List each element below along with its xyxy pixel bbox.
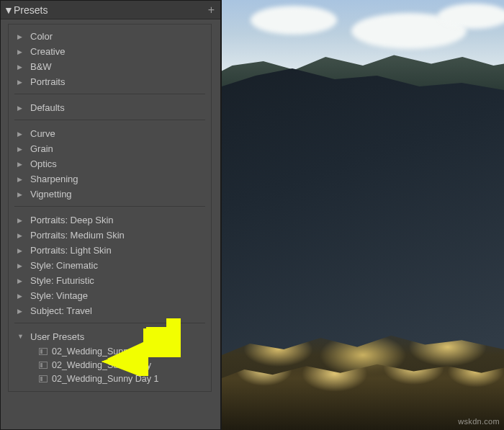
- chevron-right-icon: ▶: [17, 130, 30, 138]
- folder-label: Portraits: [30, 76, 65, 87]
- chevron-right-icon: ▶: [17, 33, 30, 40]
- chevron-right-icon: ▶: [17, 262, 30, 269]
- divider: [14, 120, 205, 120]
- folder-sharpening[interactable]: ▶ Sharpening: [12, 171, 208, 187]
- divider: [14, 323, 205, 323]
- folder-label: Color: [30, 31, 53, 42]
- folder-bw[interactable]: ▶ B&W: [12, 59, 208, 74]
- presets-panel: ▼ Presets + ▶ Color ▶ Creative ▶ B&W ▶ P…: [0, 0, 222, 430]
- folder-label: Style: Futuristic: [30, 275, 94, 286]
- folder-style-futuristic[interactable]: ▶ Style: Futuristic: [12, 273, 208, 288]
- folder-user-presets[interactable]: ▼ User Presets: [12, 329, 208, 344]
- folder-subject-travel[interactable]: ▶ Subject: Travel: [12, 303, 208, 318]
- chevron-right-icon: ▶: [17, 232, 30, 239]
- preset-item[interactable]: 02_Wedding_Sunny Day: [12, 344, 208, 358]
- chevron-right-icon: ▶: [17, 79, 30, 86]
- folder-label: Optics: [30, 158, 57, 169]
- chevron-right-icon: ▶: [17, 145, 30, 153]
- svg-rect-3: [40, 363, 42, 367]
- folder-label: Vignetting: [30, 189, 72, 200]
- folder-label: Portraits: Light Skin: [30, 245, 112, 256]
- panel-body: ▶ Color ▶ Creative ▶ B&W ▶ Portraits ▶ D…: [1, 19, 220, 429]
- folder-defaults[interactable]: ▶ Defaults: [12, 100, 208, 115]
- folder-portraits-light[interactable]: ▶ Portraits: Light Skin: [12, 243, 208, 258]
- chevron-right-icon: ▶: [17, 63, 30, 71]
- chevron-right-icon: ▶: [17, 48, 30, 55]
- panel-disclosure-icon: ▼: [4, 4, 14, 16]
- chevron-down-icon: ▼: [17, 333, 30, 340]
- chevron-right-icon: ▶: [17, 161, 30, 168]
- folder-label: Creative: [30, 46, 65, 57]
- folder-label: Grain: [30, 143, 53, 154]
- add-preset-button[interactable]: +: [208, 4, 215, 17]
- svg-rect-5: [40, 377, 42, 381]
- cloud: [438, 4, 504, 29]
- preset-icon: [39, 362, 52, 369]
- folder-label: User Presets: [30, 331, 84, 342]
- folder-label: Style: Vintage: [30, 290, 88, 301]
- panel-header[interactable]: ▼ Presets +: [1, 1, 220, 19]
- folder-portraits-deep[interactable]: ▶ Portraits: Deep Skin: [12, 212, 208, 228]
- preview-image: wskdn.com: [222, 0, 504, 430]
- svg-rect-1: [40, 349, 42, 354]
- cloud: [251, 6, 337, 35]
- chevron-right-icon: ▶: [17, 308, 30, 315]
- folder-style-cinematic[interactable]: ▶ Style: Cinematic: [12, 258, 208, 273]
- chevron-right-icon: ▶: [17, 277, 30, 285]
- folder-label: Portraits: Medium Skin: [30, 230, 125, 241]
- chevron-right-icon: ▶: [17, 292, 30, 300]
- preset-icon: [39, 375, 52, 382]
- folder-optics[interactable]: ▶ Optics: [12, 156, 208, 171]
- panel-title: Presets: [14, 4, 208, 16]
- folder-label: Portraits: Deep Skin: [30, 215, 114, 225]
- preset-icon: [39, 348, 52, 355]
- chevron-right-icon: ▶: [17, 104, 30, 112]
- folder-label: Style: Cinematic: [30, 260, 98, 271]
- folder-curve[interactable]: ▶ Curve: [12, 126, 208, 141]
- chevron-right-icon: ▶: [17, 217, 30, 224]
- divider: [14, 94, 205, 94]
- watermark: wskdn.com: [458, 417, 500, 426]
- divider: [14, 206, 205, 207]
- folder-label: Defaults: [30, 102, 65, 113]
- preset-label: 02_Wedding_Sunny Day: [52, 360, 151, 370]
- folder-label: Curve: [30, 128, 55, 139]
- folder-color[interactable]: ▶ Color: [12, 29, 208, 44]
- preset-label: 02_Wedding_Sunny Day: [52, 346, 151, 357]
- preset-item[interactable]: 02_Wedding_Sunny Day 1: [12, 372, 208, 385]
- folder-portraits[interactable]: ▶ Portraits: [12, 74, 208, 89]
- folder-label: Subject: Travel: [30, 305, 92, 316]
- folder-portraits-medium[interactable]: ▶ Portraits: Medium Skin: [12, 228, 208, 243]
- preset-list: ▶ Color ▶ Creative ▶ B&W ▶ Portraits ▶ D…: [8, 24, 212, 392]
- preset-item[interactable]: 02_Wedding_Sunny Day: [12, 358, 208, 372]
- chevron-right-icon: ▶: [17, 247, 30, 254]
- folder-style-vintage[interactable]: ▶ Style: Vintage: [12, 288, 208, 303]
- folder-label: Sharpening: [30, 174, 78, 184]
- folder-creative[interactable]: ▶ Creative: [12, 44, 208, 59]
- chevron-right-icon: ▶: [17, 191, 30, 198]
- folder-label: B&W: [30, 61, 52, 72]
- chevron-right-icon: ▶: [17, 176, 30, 183]
- folder-grain[interactable]: ▶ Grain: [12, 141, 208, 156]
- preset-label: 02_Wedding_Sunny Day 1: [52, 374, 159, 384]
- folder-vignetting[interactable]: ▶ Vignetting: [12, 187, 208, 202]
